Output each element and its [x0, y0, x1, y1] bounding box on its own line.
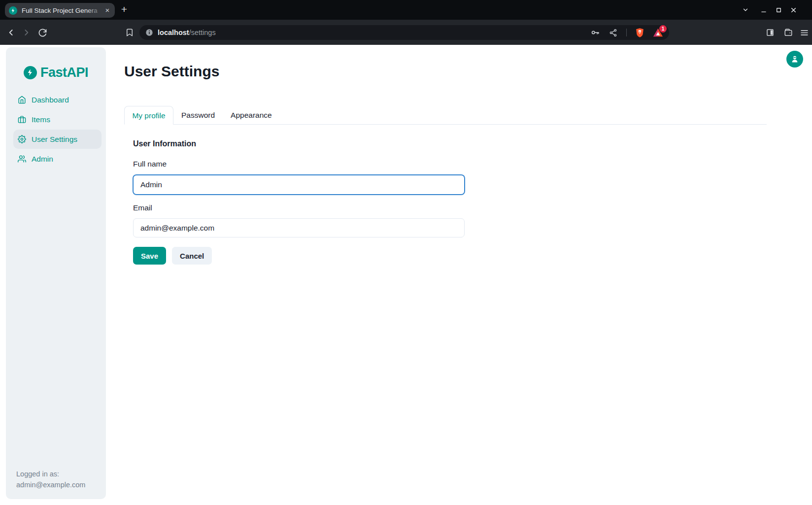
- tab-my-profile[interactable]: My profile: [124, 106, 173, 125]
- sidebar-item-label: Admin: [32, 155, 53, 164]
- logged-in-label: Logged in as:: [16, 469, 85, 479]
- full-name-label: Full name: [133, 160, 167, 168]
- logged-in-info: Logged in as: admin@example.com: [16, 469, 85, 490]
- fastapi-logo: FastAPI: [6, 65, 106, 80]
- email-field[interactable]: [133, 218, 465, 237]
- window-maximize-button[interactable]: [773, 4, 784, 16]
- brave-shield-icon[interactable]: [635, 28, 645, 38]
- window-minimize-button[interactable]: [758, 4, 770, 16]
- brave-rewards-icon[interactable]: 1: [653, 28, 663, 37]
- back-button[interactable]: [5, 27, 17, 38]
- fastapi-logo-text: FastAPI: [40, 65, 88, 80]
- sidebar-item-label: Items: [32, 115, 50, 124]
- fastapi-favicon-icon: [9, 6, 17, 15]
- browser-tabstrip: Full Stack Project Genera × +: [0, 0, 812, 20]
- user-menu-avatar-button[interactable]: [786, 51, 803, 67]
- tab-search-chevron-icon[interactable]: [740, 4, 751, 16]
- sidebar-item-label: Dashboard: [32, 96, 69, 104]
- url-host: localhost: [158, 29, 189, 36]
- rewards-badge: 1: [659, 25, 667, 33]
- tab-appearance[interactable]: Appearance: [223, 106, 280, 125]
- fastapi-logo-icon: [24, 66, 37, 79]
- gear-icon: [18, 135, 26, 143]
- cancel-button[interactable]: Cancel: [172, 247, 212, 265]
- reload-button[interactable]: [36, 27, 48, 38]
- sidebar-nav: Dashboard Items User Settings Admin: [6, 90, 106, 168]
- browser-tab[interactable]: Full Stack Project Genera ×: [5, 3, 115, 18]
- home-icon: [18, 96, 26, 104]
- share-icon[interactable]: [609, 29, 617, 37]
- sidebar-item-label: User Settings: [32, 135, 77, 144]
- page-title: User Settings: [124, 63, 219, 80]
- bookmark-icon[interactable]: [124, 27, 135, 38]
- settings-tabs: My profile Password Appearance: [124, 106, 767, 125]
- sidebar: FastAPI Dashboard Items User Settings: [6, 47, 106, 499]
- sidebar-item-user-settings[interactable]: User Settings: [13, 130, 102, 149]
- briefcase-icon: [18, 115, 26, 124]
- password-key-icon[interactable]: [590, 28, 600, 37]
- tab-title: Full Stack Project Genera: [22, 7, 103, 14]
- site-info-icon[interactable]: [145, 29, 153, 36]
- close-tab-icon[interactable]: ×: [103, 6, 112, 15]
- section-title: User Information: [133, 139, 196, 148]
- wallet-icon[interactable]: [782, 27, 794, 38]
- url-divider: [626, 29, 627, 36]
- save-button[interactable]: Save: [133, 247, 166, 265]
- user-avatar-icon: [790, 55, 799, 64]
- forward-button[interactable]: [20, 27, 32, 38]
- email-label: Email: [133, 203, 152, 212]
- browser-toolbar: localhost /settings 1: [0, 20, 812, 45]
- sidebar-toggle-icon[interactable]: [764, 27, 776, 38]
- sidebar-item-dashboard[interactable]: Dashboard: [13, 90, 102, 109]
- logged-in-email: admin@example.com: [16, 479, 85, 490]
- page-content: FastAPI Dashboard Items User Settings: [0, 45, 812, 505]
- menu-hamburger-icon[interactable]: [798, 27, 810, 38]
- users-icon: [18, 155, 26, 163]
- form-buttons: Save Cancel: [133, 247, 212, 265]
- url-bar[interactable]: localhost /settings 1: [139, 25, 669, 40]
- full-name-field[interactable]: [133, 175, 465, 195]
- window-close-button[interactable]: [787, 4, 799, 16]
- tab-password[interactable]: Password: [173, 106, 223, 125]
- sidebar-item-admin[interactable]: Admin: [13, 149, 102, 168]
- sidebar-item-items[interactable]: Items: [13, 110, 102, 129]
- new-tab-button[interactable]: +: [118, 4, 130, 16]
- url-path: /settings: [189, 29, 216, 36]
